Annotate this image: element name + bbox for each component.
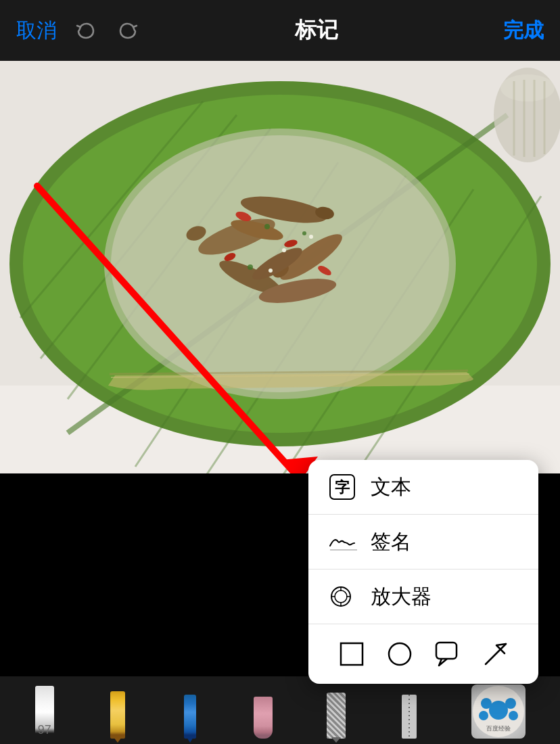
svg-point-33 xyxy=(309,235,313,239)
blue-pencil-icon xyxy=(184,695,196,739)
circle-icon xyxy=(386,640,414,668)
svg-point-59 xyxy=(505,698,516,709)
ruler-tool[interactable] xyxy=(375,678,443,739)
svg-point-47 xyxy=(335,590,347,603)
yellow-marker-tool[interactable] xyxy=(84,678,151,739)
svg-point-53 xyxy=(389,643,411,665)
svg-text:百度经验: 百度经验 xyxy=(486,725,511,732)
blue-pencil-tool[interactable] xyxy=(156,678,224,739)
svg-point-58 xyxy=(481,698,492,709)
svg-point-35 xyxy=(500,74,555,101)
svg-point-60 xyxy=(479,711,488,720)
arrow-diagonal-icon xyxy=(482,640,510,668)
hatch-pencil-tool[interactable] xyxy=(302,678,370,739)
speech-bubble-shape-button[interactable] xyxy=(430,636,465,672)
signature-tool-icon xyxy=(327,527,357,557)
signature-icon-svg xyxy=(327,527,357,557)
magnifier-icon-svg xyxy=(327,582,357,611)
arrow-shape-button[interactable] xyxy=(478,636,513,672)
pink-eraser-icon xyxy=(254,697,273,739)
redo-button[interactable] xyxy=(114,16,143,45)
circle-shape-button[interactable] xyxy=(382,636,417,672)
top-nav-bar: 取消 标记 完成 xyxy=(0,0,560,61)
tool-number-label: 97 xyxy=(38,723,51,737)
svg-text:字: 字 xyxy=(335,479,350,496)
text-icon-svg: 字 xyxy=(327,472,357,502)
signature-tool-label: 签名 xyxy=(371,528,411,556)
shapes-row xyxy=(308,624,538,684)
svg-point-61 xyxy=(509,711,518,720)
page-title: 标记 xyxy=(143,16,490,45)
image-canvas xyxy=(0,61,560,473)
svg-point-57 xyxy=(489,701,508,720)
done-button[interactable]: 完成 xyxy=(490,17,544,45)
baidu-logo: 百度经验 xyxy=(471,684,526,739)
svg-point-29 xyxy=(302,231,306,235)
yellow-marker-icon xyxy=(110,691,125,739)
text-tool-label: 文本 xyxy=(371,473,411,501)
menu-item-magnifier[interactable]: 放大器 xyxy=(308,569,538,624)
nav-history-icons xyxy=(70,16,143,45)
hatch-pencil-icon xyxy=(327,693,346,739)
svg-rect-52 xyxy=(341,643,363,665)
ruler-icon xyxy=(402,695,417,739)
undo-icon xyxy=(75,20,95,41)
menu-item-signature[interactable]: 签名 xyxy=(308,515,538,569)
menu-item-text[interactable]: 字 文本 xyxy=(308,460,538,515)
black-pencil-tool[interactable]: 97 xyxy=(11,678,78,739)
watermark-area: 百度经验 xyxy=(448,678,549,739)
speech-bubble-icon xyxy=(434,640,462,668)
svg-point-28 xyxy=(264,224,270,229)
square-icon xyxy=(337,640,366,668)
square-shape-button[interactable] xyxy=(334,636,369,672)
photo-background xyxy=(0,61,560,473)
svg-point-30 xyxy=(248,264,253,270)
drawing-toolbar: 97 百度经验 xyxy=(0,676,560,744)
baidu-watermark: 百度经验 xyxy=(471,684,526,739)
svg-point-31 xyxy=(282,248,286,252)
redo-icon xyxy=(118,20,139,41)
undo-button[interactable] xyxy=(70,16,100,45)
magnifier-tool-label: 放大器 xyxy=(371,583,431,611)
svg-rect-54 xyxy=(436,643,457,659)
pink-eraser-tool[interactable] xyxy=(229,678,297,739)
svg-line-55 xyxy=(486,644,506,664)
svg-point-32 xyxy=(269,269,273,273)
magnifier-tool-icon xyxy=(327,582,357,611)
annotation-popup-menu: 字 文本 签名 放大器 xyxy=(308,460,538,684)
text-tool-icon: 字 xyxy=(327,472,357,502)
cancel-button[interactable]: 取消 xyxy=(16,17,70,45)
